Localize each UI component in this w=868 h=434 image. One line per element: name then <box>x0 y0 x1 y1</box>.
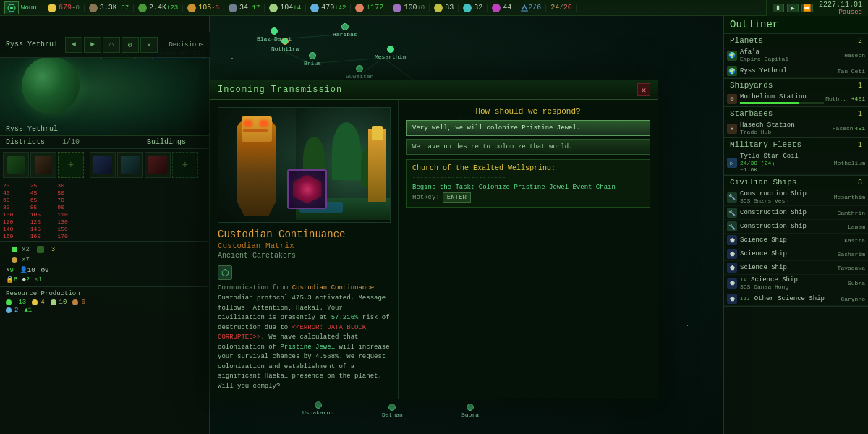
res3-resource: +172 <box>351 4 388 12</box>
date-val2: 20 <box>563 4 572 12</box>
food-icon <box>138 4 147 12</box>
buildings-label: Buildings <box>147 138 203 146</box>
outliner-civilian-6[interactable]: ⬟ Science Ship Tavagawa <box>724 261 868 275</box>
res4-delta: +0 <box>417 4 425 12</box>
building-add-tile[interactable]: + <box>172 152 198 178</box>
civ-ship-1-loc: Mesarthim <box>834 194 865 200</box>
respond-option-2[interactable]: We have no desire to colonize that world… <box>406 139 650 155</box>
game-date: 2227.11.01 Paused <box>819 1 862 16</box>
outliner-panel: Outliner Planets 2 🌍 Afa'a Empire Capita… <box>723 16 868 434</box>
outliner-military-header[interactable]: Military Fleets 1 <box>724 138 868 151</box>
outliner-starbase-1[interactable]: ★ Hasech Station Trade Hub Hasech 451 <box>724 120 868 137</box>
modal-right-panel: How should we respond? Very well, we wil… <box>399 100 658 399</box>
res7-resource: 44 <box>488 4 516 12</box>
pause-button[interactable]: ⏸ <box>773 4 784 12</box>
pop-row-1: x2 3 <box>6 244 203 255</box>
nav-prev-button[interactable]: ◄ <box>65 37 82 53</box>
reward-box: Church of the Exalted Wellspring: ------… <box>406 159 650 208</box>
resource-production: Resource Production -13 4 10 6 2 ▲1 <box>0 287 209 318</box>
outliner-starbases-header[interactable]: Starbases 1 <box>724 107 868 120</box>
outliner-fleet-1[interactable]: ▷ Tytlo Star Coil 24/30 (24) ~1.0K Mothe… <box>724 151 868 175</box>
decisions-label[interactable]: Decisions <box>166 41 207 48</box>
map-node[interactable]: Haribas <box>333 23 357 38</box>
nav-settings-button[interactable]: ⚙ <box>122 37 139 53</box>
map-node[interactable]: Ushakaron <box>302 401 333 416</box>
civ-ship-3-loc: Lawam <box>848 224 865 230</box>
outliner-civilian-1[interactable]: 🔧 Construction Ship SCS Smzrs Vesh Mesar… <box>724 189 868 206</box>
planet-icon-2: 🌍 <box>727 66 737 76</box>
message-prefix: Communication from Custodian Continuance <box>218 284 391 292</box>
res6-value: 32 <box>474 4 482 12</box>
nav-close-button[interactable]: ✕ <box>140 37 158 53</box>
energy-resource: 679 -0 <box>43 4 85 12</box>
civ-ship-8-loc: Carynno <box>841 296 865 302</box>
outliner-civilian-5[interactable]: ⬟ Science Ship Sasharim <box>724 247 868 261</box>
nav-controls: Ryss Yethrul ◄ ► ⌂ ⚙ ✕ Decisions <box>0 32 210 58</box>
outliner-civilian-7[interactable]: ⬟ IV Science Ship SCS Oanaa Hong Subra <box>724 275 868 292</box>
district-tile[interactable] <box>30 152 56 178</box>
sender-emblem-small: ⬡ <box>218 265 232 280</box>
resource-production-title: Resource Production <box>6 290 203 297</box>
fast-forward-button[interactable]: ⏩ <box>801 4 813 12</box>
res7-value: 44 <box>503 4 511 12</box>
outliner-section-civilian: Civilian Ships 8 🔧 Construction Ship SCS… <box>724 176 868 307</box>
civ-ship-3-type: Construction Ship <box>740 223 846 230</box>
outliner-planet-2[interactable]: 🌍 Ryss Yethrul Tau Ceti <box>724 64 868 78</box>
robot-portrait <box>226 108 287 220</box>
building-tile[interactable] <box>117 152 143 178</box>
modal-close-button[interactable]: ✕ <box>637 83 650 96</box>
hotkey-badge[interactable]: ENTER <box>443 192 471 203</box>
district-tile[interactable] <box>3 152 29 178</box>
shipyard-bar-fill <box>740 102 799 104</box>
play-button[interactable]: ▶ <box>787 4 799 12</box>
outliner-civilian-3[interactable]: 🔧 Construction Ship Lawam <box>724 220 868 234</box>
res2-icon <box>310 4 319 12</box>
science-ship-icon-1: ⬟ <box>727 235 737 245</box>
outliner-planet-1[interactable]: 🌍 Afa'a Empire Capital Hasech <box>724 47 868 64</box>
food-value: 2.4K <box>149 4 166 12</box>
respond-option-1[interactable]: Very well, we will colonize Pristine Jew… <box>406 120 650 136</box>
reward-title: Church of the Exalted Wellspring: <box>412 164 644 172</box>
building-tile[interactable] <box>90 152 116 178</box>
player-emblem-icon <box>7 4 16 12</box>
district-add-tile[interactable]: + <box>58 152 84 178</box>
outliner-shipyards-header[interactable]: Shipyards 1 <box>724 79 868 92</box>
outliner-title: Outliner <box>724 16 868 34</box>
res-row-1: -13 4 10 6 <box>6 299 203 306</box>
outliner-civilian-2[interactable]: 🔧 Construction Ship Camthrin <box>724 206 868 220</box>
shipyard-1-loc: Moth... <box>825 95 850 102</box>
map-node[interactable]: Subra <box>461 404 479 418</box>
map-node[interactable]: Dathan <box>382 404 403 418</box>
map-node[interactable]: Nothilra <box>271 38 299 52</box>
starbase-icon: ★ <box>727 124 737 134</box>
district-grid-container: + 202530 404550 606570 808590 100105110 … <box>0 149 87 241</box>
minerals-icon <box>89 4 98 12</box>
outliner-civilian-header[interactable]: Civilian Ships 8 <box>724 176 868 189</box>
shipyard-bar-bg <box>740 102 824 104</box>
civ-ship-6-loc: Tavagawa <box>838 265 865 271</box>
outliner-shipyard-1[interactable]: ⚙ Mothelium Station Moth... +451 <box>724 92 868 106</box>
minerals-delta: +87 <box>117 4 129 12</box>
reward-subtitle: Begins the Task: Colonize Pristine Jewel… <box>412 184 644 191</box>
res5-resource: 83 <box>430 4 459 12</box>
civ-ship-5-loc: Sasharim <box>838 251 865 258</box>
map-node[interactable]: Guwaitan <box>346 65 373 80</box>
map-node[interactable]: Mesarthim <box>375 46 406 60</box>
nav-home-button[interactable]: ⌂ <box>103 37 120 53</box>
outliner-planets-header[interactable]: Planets 2 <box>724 34 868 47</box>
civ-ship-4-type: Science Ship <box>740 237 843 244</box>
left-panel: Ryss Yethrul ◄ ► ⌂ ⚙ ✕ Decisions Ryss Ye… <box>0 16 210 434</box>
outliner-civilian-8[interactable]: ⬟ III Other Science Ship Carynno <box>724 292 868 306</box>
pop-icon <box>37 246 44 253</box>
building-tile[interactable] <box>145 152 171 178</box>
date-val: 24 <box>550 4 559 12</box>
map-node[interactable]: Brius <box>304 52 321 67</box>
res2-delta: +42 <box>334 4 346 12</box>
incoming-transmission-modal: Incoming Transmission ✕ <box>210 80 658 399</box>
res5-value: 83 <box>445 4 454 12</box>
civ-ship-2-loc: Camthrin <box>838 210 865 216</box>
res1-icon <box>269 4 278 12</box>
nav-next-button[interactable]: ► <box>84 37 101 53</box>
outliner-civilian-4[interactable]: ⬟ Science Ship Kastra <box>724 234 868 247</box>
science-ship-icon-4: ⬟ <box>727 278 737 289</box>
